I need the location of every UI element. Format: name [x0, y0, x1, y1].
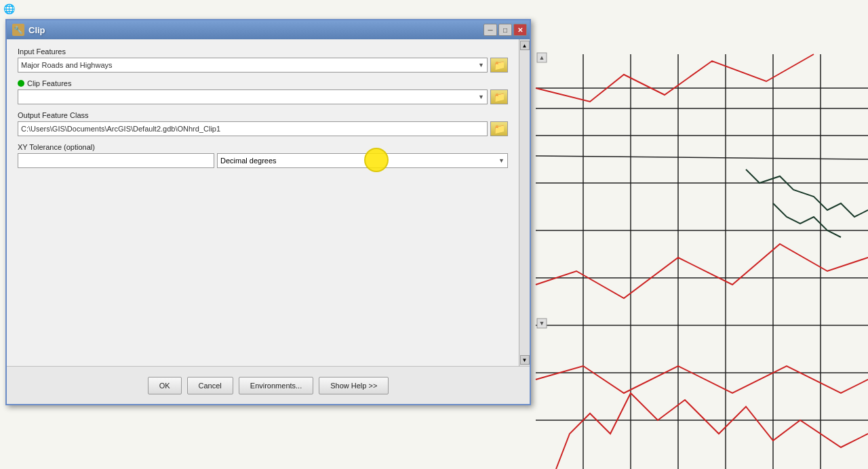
ok-button[interactable]: OK — [148, 377, 182, 394]
dialog-title-left: 🔧 Clip — [12, 24, 45, 36]
input-features-folder-btn[interactable]: 📁 — [490, 58, 508, 73]
xy-tolerance-row: Decimal degrees ▼ — [18, 153, 508, 168]
dialog-content: Input Features Major Roads and Highways … — [7, 39, 530, 366]
green-dot-icon — [18, 80, 24, 87]
dialog-overlay: 🔧 Clip ─ □ ✕ Input Features — [5, 19, 531, 409]
svg-line-15 — [536, 156, 868, 159]
output-feature-class-folder-btn[interactable]: 📁 — [490, 121, 508, 136]
xy-tolerance-label: XY Tolerance (optional) — [18, 143, 508, 151]
clip-features-row: ▼ 📁 — [18, 89, 508, 104]
units-arrow: ▼ — [498, 157, 505, 164]
svg-text:▼: ▼ — [539, 320, 545, 327]
output-feature-class-row: 📁 — [18, 121, 508, 136]
dialog-footer: OK Cancel Environments... Show Help >> — [7, 366, 530, 404]
input-features-value: Major Roads and Highways — [21, 61, 113, 69]
tool-icon-symbol: 🔧 — [14, 26, 23, 35]
app-icon: 🌐 — [2, 2, 16, 16]
scroll-up-btn[interactable]: ▲ — [520, 41, 530, 50]
input-features-label: Input Features — [18, 47, 508, 56]
scroll-down-btn[interactable]: ▼ — [520, 355, 530, 365]
clip-features-label: Clip Features — [18, 79, 508, 87]
titlebar-controls: ─ □ ✕ — [484, 24, 527, 36]
show-help-button[interactable]: Show Help >> — [319, 377, 389, 394]
minimize-button[interactable]: ─ — [484, 24, 497, 36]
dialog-body: Input Features Major Roads and Highways … — [7, 39, 519, 366]
dialog-titlebar: 🔧 Clip ─ □ ✕ — [7, 20, 530, 39]
clip-features-arrow: ▼ — [478, 94, 484, 100]
units-value: Decimal degrees — [220, 157, 277, 165]
dialog-scrollbar: ▲ ▼ — [519, 39, 530, 366]
clip-features-folder-btn[interactable]: 📁 — [490, 89, 508, 104]
maximize-button[interactable]: □ — [498, 24, 512, 36]
input-features-group: Input Features Major Roads and Highways … — [18, 47, 508, 73]
folder-icon-2: 📁 — [494, 91, 505, 102]
input-features-arrow: ▼ — [478, 62, 484, 68]
xy-tolerance-input[interactable] — [18, 153, 214, 168]
close-button[interactable]: ✕ — [513, 24, 527, 36]
environments-button[interactable]: Environments... — [239, 377, 313, 394]
folder-icon: 📁 — [494, 60, 505, 70]
clip-features-dropdown[interactable]: ▼ — [18, 89, 488, 104]
tool-icon: 🔧 — [12, 24, 24, 36]
svg-text:▲: ▲ — [539, 54, 545, 61]
output-feature-class-label: Output Feature Class — [18, 111, 508, 119]
units-dropdown[interactable]: Decimal degrees ▼ — [217, 153, 508, 168]
folder-icon-3: 📁 — [494, 123, 505, 134]
cancel-button[interactable]: Cancel — [187, 377, 233, 394]
output-feature-class-group: Output Feature Class 📁 — [18, 111, 508, 136]
xy-tolerance-group: XY Tolerance (optional) Decimal degrees … — [18, 143, 508, 168]
dialog-title: Clip — [28, 25, 45, 35]
input-features-row: Major Roads and Highways ▼ 📁 — [18, 58, 508, 73]
clip-dialog: 🔧 Clip ─ □ ✕ Input Features — [5, 19, 531, 405]
clip-features-group: Clip Features ▼ 📁 — [18, 79, 508, 104]
input-features-dropdown[interactable]: Major Roads and Highways ▼ — [18, 58, 488, 73]
output-feature-class-input[interactable] — [18, 121, 488, 136]
